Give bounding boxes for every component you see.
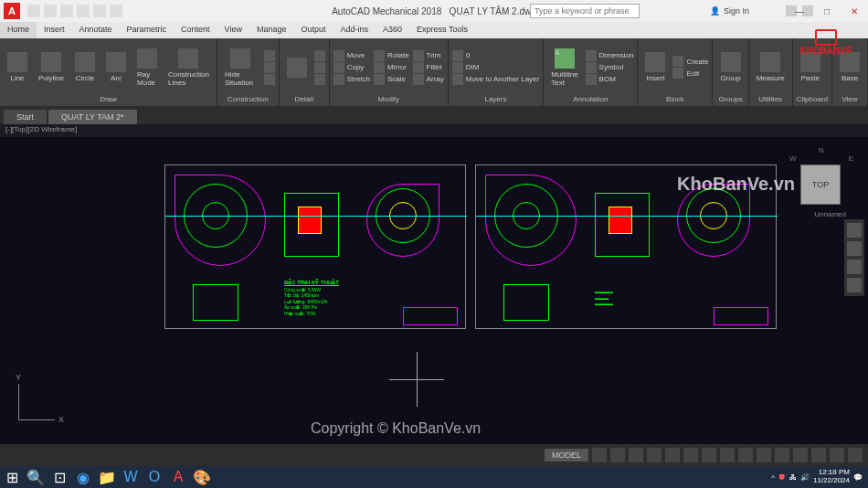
signin-button[interactable]: 👤Sign In xyxy=(710,6,749,16)
maximize-button[interactable]: □ xyxy=(813,2,841,20)
copy-button[interactable]: Copy xyxy=(333,62,370,73)
explorer-icon[interactable]: 📁 xyxy=(95,467,119,487)
ortho-toggle[interactable] xyxy=(629,448,643,462)
qat-undo-icon[interactable] xyxy=(77,5,90,17)
osnap-toggle[interactable] xyxy=(665,448,680,462)
tab-view[interactable]: View xyxy=(217,22,249,38)
bom-button[interactable]: BOM xyxy=(586,74,634,85)
detail-button[interactable] xyxy=(283,56,311,80)
nav-zoom-icon[interactable] xyxy=(847,260,862,274)
tray-volume-icon[interactable]: 🔊 xyxy=(800,473,810,482)
insert-button[interactable]: Insert xyxy=(641,50,669,84)
dim-layer[interactable]: DIM xyxy=(452,62,540,73)
workspace-toggle[interactable] xyxy=(775,448,789,462)
stretch-button[interactable]: Stretch xyxy=(333,74,370,85)
viewcube-label[interactable]: Unnamed xyxy=(814,210,846,218)
space-indicator[interactable]: MODEL xyxy=(545,449,588,461)
fillet-button[interactable]: Fillet xyxy=(413,62,444,73)
scale-button[interactable]: Scale xyxy=(374,74,409,85)
nav-orbit-icon[interactable] xyxy=(847,278,862,292)
quickprops[interactable] xyxy=(830,448,844,462)
start-button[interactable]: ⊞ xyxy=(0,467,24,487)
edge-icon[interactable]: ◉ xyxy=(71,467,95,487)
qat-print-icon[interactable] xyxy=(110,5,122,17)
qat-new-icon[interactable] xyxy=(27,5,40,17)
move-button[interactable]: Move xyxy=(333,50,370,61)
word-icon[interactable]: W xyxy=(119,467,143,487)
array-button[interactable]: Array xyxy=(413,74,444,85)
tab-home[interactable]: Home xyxy=(0,22,37,38)
anno-monitor[interactable] xyxy=(793,448,808,462)
qat-open-icon[interactable] xyxy=(44,5,57,17)
tab-annotate[interactable]: Annotate xyxy=(72,22,120,38)
tab-parametric[interactable]: Parametric xyxy=(120,22,175,38)
layer-dd[interactable]: 0 xyxy=(452,50,540,61)
app-icon[interactable]: A xyxy=(4,3,20,19)
snap-toggle[interactable] xyxy=(610,448,625,462)
qat-save-icon[interactable] xyxy=(60,5,73,17)
arc-button[interactable]: Arc xyxy=(102,50,130,84)
circle-button[interactable]: Circle xyxy=(71,50,99,84)
units-toggle[interactable] xyxy=(811,448,826,462)
anno-toggle[interactable] xyxy=(757,448,771,462)
tab-content[interactable]: Content xyxy=(174,22,217,38)
transparency-toggle[interactable] xyxy=(720,448,735,462)
taskview-icon[interactable]: ⊡ xyxy=(48,467,71,487)
move-layer-button[interactable]: Move to Another Layer xyxy=(452,74,540,85)
measure-button[interactable]: Measure xyxy=(753,50,789,84)
viewport-label[interactable]: [-][Top][2D Wireframe] xyxy=(0,124,868,137)
tab-output[interactable]: Output xyxy=(294,22,333,38)
autocad-task-icon[interactable]: A xyxy=(166,467,190,487)
tab-addins[interactable]: Add-ins xyxy=(333,22,376,38)
trim-button[interactable]: Trim xyxy=(413,50,444,61)
rotate-button[interactable]: Rotate xyxy=(374,50,409,61)
const-opt[interactable] xyxy=(264,62,275,73)
edit-block-button[interactable]: Edit xyxy=(672,68,708,79)
qat-redo-icon[interactable] xyxy=(93,5,106,17)
outlook-icon[interactable]: O xyxy=(143,467,166,487)
const-opt[interactable] xyxy=(264,74,275,85)
const-opt[interactable] xyxy=(264,50,275,61)
tab-a360[interactable]: A360 xyxy=(376,22,409,38)
lwt-toggle[interactable] xyxy=(702,448,716,462)
cycling-toggle[interactable] xyxy=(738,448,753,462)
ray-button[interactable]: Ray Mode xyxy=(133,47,161,89)
tray-shield-icon[interactable]: ⛊ xyxy=(778,473,786,482)
panel-block: Insert Create Edit Block xyxy=(638,38,713,106)
xline-button[interactable]: Construction Lines xyxy=(164,47,213,89)
tab-manage[interactable]: Manage xyxy=(249,22,294,38)
tray-network-icon[interactable]: 🖧 xyxy=(789,473,797,482)
drawing-canvas[interactable]: ĐẶC TÍNH KỸ THUẬT Công suất: 5,5kWTốc độ… xyxy=(0,137,868,448)
panel-annotation: AMultiline Text Dimension Symbol BOM Ann… xyxy=(544,38,638,106)
clock-date[interactable]: 11/22/2024 xyxy=(813,477,850,485)
group-button[interactable]: Group xyxy=(716,50,744,84)
panel-detail: Detail xyxy=(280,38,330,106)
symbol-button[interactable]: Symbol xyxy=(586,62,634,73)
tab-document[interactable]: QUAT LY TAM 2* xyxy=(48,110,137,124)
mirror-button[interactable]: Mirror xyxy=(374,62,409,73)
line-button[interactable]: Line xyxy=(4,50,31,84)
minimize-button[interactable]: — xyxy=(786,2,813,20)
search-input[interactable] xyxy=(530,4,640,18)
customize-icon[interactable] xyxy=(848,448,863,462)
polar-toggle[interactable] xyxy=(647,448,662,462)
tab-express[interactable]: Express Tools xyxy=(409,22,475,38)
tab-insert[interactable]: Insert xyxy=(37,22,72,38)
search-icon[interactable]: 🔍 xyxy=(24,467,48,487)
grid-toggle[interactable] xyxy=(592,448,607,462)
nav-wheel-icon[interactable] xyxy=(847,223,862,238)
dim-button[interactable]: Dimension xyxy=(586,50,634,61)
paint-icon[interactable]: 🎨 xyxy=(190,467,214,487)
nav-pan-icon[interactable] xyxy=(847,241,862,256)
polyline-button[interactable]: Polyline xyxy=(35,50,68,84)
otrack-toggle[interactable] xyxy=(683,448,698,462)
notifications-icon[interactable]: 💬 xyxy=(853,473,863,482)
tray-chevron-icon[interactable]: ^ xyxy=(771,473,775,482)
mtext-button[interactable]: AMultiline Text xyxy=(547,47,581,89)
windows-taskbar: ⊞ 🔍 ⊡ ◉ 📁 W O A 🎨 ^ ⛊ 🖧 🔊 12:18 PM 11/22… xyxy=(0,466,868,488)
tab-start[interactable]: Start xyxy=(4,110,47,124)
create-block-button[interactable]: Create xyxy=(672,56,708,67)
hide-button[interactable]: Hide Situation xyxy=(221,47,260,89)
viewcube[interactable]: TOP xyxy=(800,164,841,205)
close-button[interactable]: ✕ xyxy=(841,2,868,20)
